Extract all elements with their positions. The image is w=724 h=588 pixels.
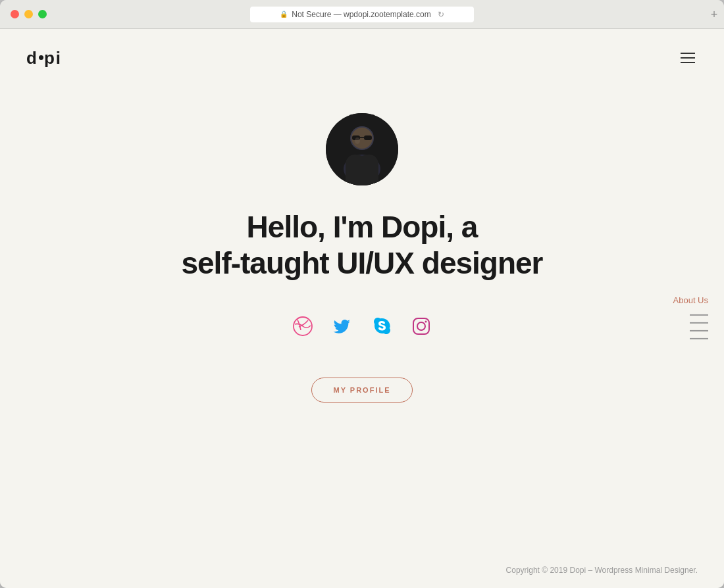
- site-footer: Copyright © 2019 Dopi – Wordpress Minima…: [506, 566, 698, 575]
- hamburger-menu[interactable]: [678, 50, 698, 66]
- browser-chrome: 🔒 Not Secure — wpdopi.zootemplate.com ↻ …: [0, 0, 724, 29]
- nav-dash-1: [690, 314, 708, 316]
- svg-rect-9: [413, 318, 429, 334]
- sidebar-nav: About Us: [673, 295, 708, 339]
- profile-button[interactable]: MY PROFILE: [311, 378, 412, 403]
- avatar-image: [326, 113, 398, 185]
- hero-title-line2: self-taught UI/UX designer: [181, 246, 542, 280]
- nav-dash-4: [690, 338, 708, 339]
- svg-point-7: [355, 137, 360, 144]
- hamburger-line-2: [681, 57, 695, 59]
- hero-title-line1: Hello, I'm Dopi, a: [247, 210, 478, 244]
- hamburger-line-3: [681, 62, 695, 63]
- twitter-icon[interactable]: [330, 314, 354, 338]
- logo-dot-o: [39, 55, 43, 60]
- traffic-lights: [11, 10, 47, 18]
- logo-text: dpi: [26, 48, 62, 68]
- page-content: dpi: [0, 29, 724, 588]
- svg-rect-5: [364, 135, 372, 140]
- hamburger-line-1: [681, 53, 695, 54]
- nav-dash-2: [690, 322, 708, 324]
- new-tab-button[interactable]: +: [704, 0, 724, 29]
- site-header: dpi: [0, 29, 724, 87]
- nav-about-us[interactable]: About Us: [673, 295, 708, 305]
- dribbble-icon[interactable]: [291, 314, 315, 338]
- hero-section: Hello, I'm Dopi, a self-taught UI/UX des…: [0, 87, 724, 442]
- svg-point-11: [425, 321, 427, 323]
- nav-dash-3: [690, 330, 708, 331]
- hero-title: Hello, I'm Dopi, a self-taught UI/UX des…: [181, 209, 542, 282]
- svg-point-10: [417, 322, 425, 330]
- close-button[interactable]: [11, 10, 19, 18]
- browser-window: 🔒 Not Secure — wpdopi.zootemplate.com ↻ …: [0, 0, 724, 588]
- skype-icon[interactable]: [370, 314, 394, 338]
- avatar: [326, 113, 398, 185]
- address-text: Not Secure — wpdopi.zootemplate.com: [292, 10, 430, 19]
- lock-icon: 🔒: [280, 11, 288, 18]
- instagram-icon[interactable]: [409, 314, 433, 338]
- maximize-button[interactable]: [38, 10, 47, 18]
- copyright-text: Copyright © 2019 Dopi – Wordpress Minima…: [506, 566, 698, 575]
- address-bar[interactable]: 🔒 Not Secure — wpdopi.zootemplate.com ↻: [250, 7, 474, 22]
- social-icons: [291, 314, 433, 338]
- site-logo: dpi: [26, 47, 62, 68]
- minimize-button[interactable]: [24, 10, 33, 18]
- refresh-icon[interactable]: ↻: [438, 10, 444, 19]
